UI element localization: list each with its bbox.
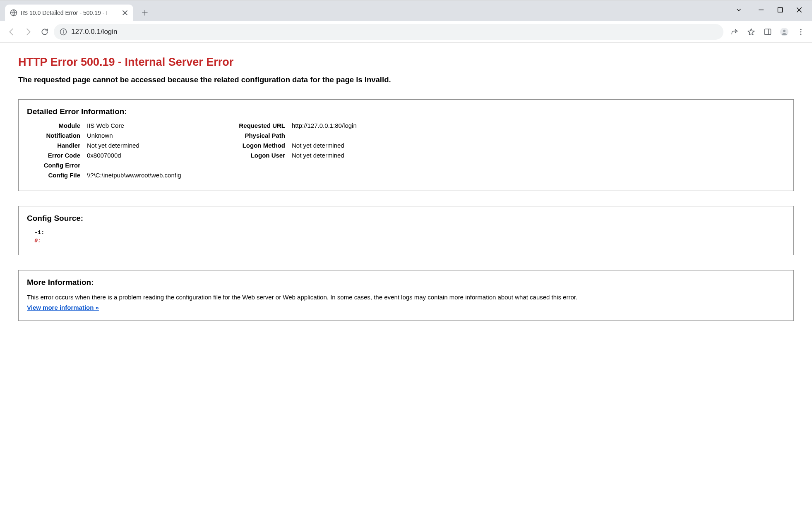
config-line-2: 0: [34, 237, 785, 245]
config-line-1: -1: [34, 229, 785, 237]
detailed-error-box: Detailed Error Information: ModuleIIS We… [18, 99, 794, 191]
more-information-text: This error occurs when there is a proble… [27, 293, 785, 302]
forward-button[interactable] [21, 24, 36, 39]
back-button[interactable] [4, 24, 19, 39]
svg-point-9 [800, 33, 802, 35]
window-minimize-button[interactable] [757, 6, 765, 14]
detail-row: Logon UserNot yet determined [213, 152, 445, 159]
view-more-information-link[interactable]: View more information » [27, 304, 99, 311]
detail-key: Error Code [27, 152, 87, 159]
bookmark-icon[interactable] [747, 27, 756, 36]
detail-value: Not yet determined [292, 142, 344, 149]
detail-value: http://127.0.0.1:80/login [292, 122, 357, 129]
detail-row: HandlerNot yet determined [27, 142, 213, 149]
detailed-error-heading: Detailed Error Information: [27, 107, 785, 116]
detail-key: Handler [27, 142, 87, 149]
detail-key: Logon User [213, 152, 292, 159]
detail-row: Logon MethodNot yet determined [213, 142, 445, 149]
detail-key: Config File [27, 172, 87, 179]
window-controls [738, 0, 812, 14]
detail-key: Notification [27, 132, 87, 139]
address-bar[interactable]: 127.0.0.1/login [54, 24, 723, 40]
detail-key: Physical Path [213, 132, 292, 139]
tab-title: IIS 10.0 Detailed Error - 500.19 - I [21, 10, 118, 16]
side-panel-icon[interactable] [763, 27, 772, 36]
more-information-box: More Information: This error occurs when… [18, 270, 794, 321]
error-subtitle: The requested page cannot be accessed be… [18, 75, 794, 84]
detail-key: Logon Method [213, 142, 292, 149]
detail-row: ModuleIIS Web Core [27, 122, 213, 129]
detail-row: Error Code0x8007000d [27, 152, 213, 159]
config-source-heading: Config Source: [27, 214, 785, 223]
globe-icon [10, 9, 17, 17]
detail-key: Config Error [27, 162, 87, 169]
site-info-icon[interactable] [60, 28, 67, 36]
error-title: HTTP Error 500.19 - Internal Server Erro… [18, 56, 794, 69]
detail-row: Physical Path [213, 132, 445, 139]
svg-point-8 [800, 31, 802, 32]
detail-value: IIS Web Core [87, 122, 124, 129]
detail-value: Not yet determined [292, 152, 344, 159]
new-tab-button[interactable] [139, 7, 151, 19]
svg-point-3 [63, 30, 64, 31]
detail-row: NotificationUnknown [27, 132, 213, 139]
url-text: 127.0.0.1/login [71, 28, 118, 36]
toolbar-actions [725, 27, 808, 36]
profile-icon[interactable] [780, 27, 789, 36]
detail-row: Config File\\?\C:\inetpub\wwwroot\web.co… [27, 172, 213, 179]
svg-point-7 [800, 29, 802, 30]
detail-value: Unknown [87, 132, 113, 139]
page-viewport[interactable]: HTTP Error 500.19 - Internal Server Erro… [0, 43, 812, 507]
svg-rect-1 [778, 8, 783, 12]
window-close-button[interactable] [795, 6, 803, 14]
menu-icon[interactable] [796, 27, 805, 36]
details-right-column: Requested URLhttp://127.0.0.1:80/loginPh… [213, 122, 445, 182]
browser-tab[interactable]: IIS 10.0 Detailed Error - 500.19 - I [5, 5, 133, 21]
window-maximize-button[interactable] [776, 6, 784, 14]
config-source-box: Config Source: -1: 0: [18, 206, 794, 255]
more-information-heading: More Information: [27, 278, 785, 287]
config-source-content: -1: 0: [27, 229, 785, 246]
detail-key: Module [27, 122, 87, 129]
browser-toolbar: 127.0.0.1/login [0, 21, 812, 43]
browser-chrome: IIS 10.0 Detailed Error - 500.19 - I [0, 0, 812, 43]
detail-value: Not yet determined [87, 142, 139, 149]
detail-value: \\?\C:\inetpub\wwwroot\web.config [87, 172, 181, 179]
details-left-column: ModuleIIS Web CoreNotificationUnknownHan… [27, 122, 213, 182]
tab-strip: IIS 10.0 Detailed Error - 500.19 - I [0, 0, 812, 21]
error-page: HTTP Error 500.19 - Internal Server Erro… [0, 43, 812, 361]
svg-point-6 [783, 29, 786, 32]
detail-value: 0x8007000d [87, 152, 121, 159]
share-icon[interactable] [730, 27, 739, 36]
detail-row: Requested URLhttp://127.0.0.1:80/login [213, 122, 445, 129]
detail-key: Requested URL [213, 122, 292, 129]
reload-button[interactable] [37, 24, 52, 39]
tab-close-icon[interactable] [122, 10, 128, 16]
svg-rect-4 [765, 29, 771, 34]
tab-overview-button[interactable] [735, 6, 742, 14]
detail-row: Config Error [27, 162, 213, 169]
